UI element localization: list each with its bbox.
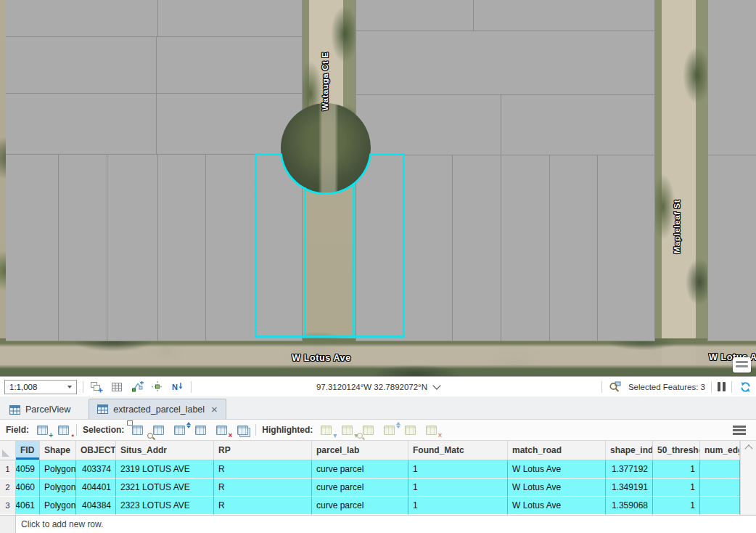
column-header-objectid[interactable]: OBJECTID (76, 441, 116, 460)
row-number-spacer (0, 516, 16, 533)
tab-label: ParcelView (25, 404, 70, 415)
map-canvas[interactable]: Watauga Ct E Mapleleaf St W Lotus Ave W … (0, 0, 756, 376)
cell-rp[interactable]: R (214, 460, 312, 479)
cell-objectid[interactable]: 404384 (76, 497, 116, 515)
cell-shape-inde[interactable]: 1.349191 (606, 479, 653, 497)
cell-match-road[interactable]: W Lotus Ave (508, 460, 606, 479)
field-group-label: Field: (6, 425, 29, 435)
zoom-to-selected-icon[interactable] (608, 380, 623, 394)
cell-rp[interactable]: R (214, 479, 312, 497)
cell-50-thresho[interactable]: 1 (653, 460, 700, 479)
selected-features-count: Selected Features: 3 (628, 383, 705, 391)
select-all-corner[interactable] (0, 441, 16, 460)
cell-situs-addr[interactable]: 2319 LOTUS AVE (116, 460, 214, 479)
cell-fid[interactable]: 4060 (16, 479, 40, 497)
add-field-icon[interactable]: + (35, 423, 49, 436)
cell-shape-inde[interactable]: 1.377192 (606, 460, 653, 479)
column-header-found-matc[interactable]: Found_Matc (408, 441, 508, 460)
cell-found-matc[interactable]: 1 (408, 460, 508, 479)
coordinates-readout[interactable]: 97.3120124°W 32.7892072°N (316, 377, 440, 396)
table-row[interactable]: 2 4060 Polygon 404401 2321 LOTUS AVE R c… (0, 479, 756, 497)
highlight-selected-icon[interactable]: ▾ (319, 423, 333, 436)
edit-vertices-icon[interactable] (130, 380, 144, 394)
cell-fid[interactable]: 4059 (16, 460, 40, 479)
cell-objectid[interactable]: 403374 (76, 460, 116, 479)
north-arrow-icon[interactable]: N (170, 380, 185, 394)
cell-num-edge[interactable] (700, 460, 740, 479)
column-header-num-edge[interactable]: num_edge (700, 441, 740, 460)
cell-50-thresho[interactable]: 1 (653, 497, 700, 515)
row-number[interactable]: 2 (0, 479, 16, 497)
switch-highlight-icon[interactable] (382, 423, 396, 436)
snapping-icon[interactable] (150, 380, 165, 394)
add-new-row[interactable]: Click to add new row. (0, 515, 756, 533)
table-vertical-scrollbar[interactable] (740, 441, 756, 515)
table-tab-bar: ParcelView extracted_parcel_label × (0, 396, 756, 420)
cell-situs-addr[interactable]: 2321 LOTUS AVE (116, 479, 214, 497)
popup-table-icon[interactable] (733, 357, 751, 373)
refresh-icon[interactable] (738, 380, 752, 394)
row-number[interactable]: 3 (0, 497, 16, 515)
column-header-50-thresho[interactable]: 50_thresho (653, 441, 700, 460)
table-icon (9, 405, 20, 415)
pause-drawing-icon[interactable] (718, 382, 726, 391)
cell-num-edge[interactable] (700, 479, 740, 497)
cell-50-thresho[interactable]: 1 (653, 479, 700, 497)
parcel-overlay-block (707, 0, 756, 341)
column-header-fid[interactable]: FID (16, 441, 40, 460)
cell-match-road[interactable]: W Lotus Ave (508, 479, 606, 497)
clear-selection-icon[interactable]: × (214, 423, 229, 436)
svg-text:N: N (172, 383, 178, 391)
chevron-down-icon (432, 381, 440, 389)
coordinates-value: 97.3120124°W 32.7892072°N (316, 383, 427, 391)
cell-found-matc[interactable]: 1 (408, 497, 508, 515)
column-header-parcel-lab[interactable]: parcel_lab (312, 441, 408, 460)
delete-selection-icon[interactable] (235, 423, 250, 436)
select-highlighted-icon[interactable] (403, 423, 417, 436)
scale-value: 1:1,008 (9, 383, 65, 391)
column-header-match-road[interactable]: match_road (508, 441, 606, 460)
table-grid-icon[interactable] (110, 380, 124, 394)
column-header-shape[interactable]: Shape (40, 441, 76, 460)
column-header-shape-inde[interactable]: shape_inde (606, 441, 653, 460)
cell-shape[interactable]: Polygon (40, 460, 76, 479)
cell-shape[interactable]: Polygon (40, 497, 76, 515)
scroll-up-button[interactable] (741, 441, 756, 454)
divider (83, 381, 83, 393)
cell-rp[interactable]: R (214, 497, 312, 515)
street-mapleleaf (655, 0, 707, 376)
cell-parcel-lab[interactable]: curve parcel (312, 497, 408, 515)
scale-combobox[interactable]: 1:1,008 (4, 380, 77, 394)
culdesac-bulb (281, 103, 371, 193)
table-row[interactable]: 1 4059 Polygon 403374 2319 LOTUS AVE R c… (0, 460, 756, 479)
cell-objectid[interactable]: 404401 (76, 479, 116, 497)
unhighlight-icon[interactable]: ▾ (340, 423, 354, 436)
tab-parcelview[interactable]: ParcelView (1, 400, 78, 419)
parcel-overlay-block (6, 0, 303, 341)
column-header-rp[interactable]: RP (214, 441, 312, 460)
select-all-icon[interactable] (193, 423, 208, 436)
cell-fid[interactable]: 4061 (16, 497, 40, 515)
tab-extracted-parcel-label[interactable]: extracted_parcel_label × (89, 399, 226, 419)
table-row[interactable]: 3 4061 Polygon 404384 2323 LOTUS AVE R c… (0, 497, 756, 515)
row-number[interactable]: 1 (0, 460, 16, 479)
menu-icon[interactable] (733, 426, 746, 435)
cell-situs-addr[interactable]: 2323 LOTUS AVE (116, 497, 214, 515)
select-rows-icon[interactable] (130, 423, 144, 436)
new-map-view-icon[interactable] (89, 380, 104, 394)
cell-parcel-lab[interactable]: curve parcel (312, 460, 408, 479)
cell-shape-inde[interactable]: 1.359068 (606, 497, 653, 515)
close-icon[interactable]: × (211, 404, 218, 415)
zoom-to-selection-icon[interactable] (151, 423, 165, 436)
clear-highlight-icon[interactable]: × (424, 423, 438, 436)
calculate-field-icon[interactable]: ▪ (56, 423, 70, 436)
cell-parcel-lab[interactable]: curve parcel (312, 479, 408, 497)
cell-found-matc[interactable]: 1 (408, 479, 508, 497)
cell-shape[interactable]: Polygon (40, 479, 76, 497)
switch-selection-icon[interactable] (172, 423, 186, 436)
column-header-situs-addr[interactable]: Situs_Addr (116, 441, 214, 460)
cell-match-road[interactable]: W Lotus Ave (508, 497, 606, 515)
cell-num-edge[interactable] (700, 497, 740, 515)
zoom-to-highlighted-icon[interactable] (361, 423, 375, 436)
add-row-label: Click to add new row. (16, 516, 103, 533)
